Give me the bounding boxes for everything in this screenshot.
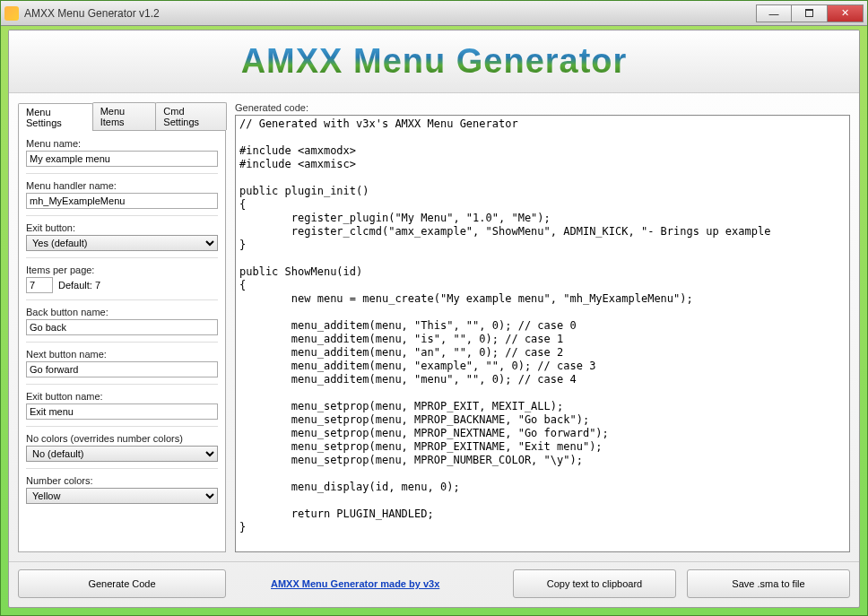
banner: AMXX Menu Generator	[9, 30, 859, 93]
left-panel: Menu Settings Menu Items Cmd Settings Me…	[18, 102, 226, 552]
right-panel: Generated code: // Generated with v3x's …	[235, 102, 850, 552]
app-icon	[4, 6, 19, 21]
number-colors-select[interactable]: Yellow	[26, 488, 218, 504]
generate-code-button[interactable]: Generate Code	[18, 569, 226, 598]
window-title: AMXX Menu Generator v1.2	[24, 7, 756, 20]
banner-title: AMXX Menu Generator	[241, 42, 628, 81]
maximize-button[interactable]	[792, 4, 828, 22]
exit-name-input[interactable]	[26, 403, 218, 420]
tab-menu-settings[interactable]: Menu Settings	[18, 103, 93, 131]
back-button-label: Back button name:	[26, 307, 218, 317]
handler-input[interactable]	[26, 193, 218, 209]
next-button-input[interactable]	[26, 361, 218, 377]
credit-link[interactable]: AMXX Menu Generator made by v3x	[271, 578, 439, 589]
app-window: AMXX Menu Generator v1.2 — ✕ AMXX Menu G…	[0, 0, 868, 616]
items-per-page-label: Items per page:	[26, 265, 218, 275]
code-content: // Generated with v3x's AMXX Menu Genera…	[236, 116, 849, 536]
items-default-label: Default: 7	[58, 280, 100, 291]
bottom-bar: Generate Code AMXX Menu Generator made b…	[9, 561, 859, 607]
no-colors-label: No colors (overrides number colors)	[26, 433, 218, 444]
handler-label: Menu handler name:	[26, 180, 218, 191]
tab-strip: Menu Settings Menu Items Cmd Settings	[18, 102, 226, 130]
copy-clipboard-button[interactable]: Copy text to clipboard	[513, 569, 676, 598]
save-file-button[interactable]: Save .sma to file	[687, 569, 850, 598]
close-button[interactable]: ✕	[828, 4, 864, 22]
menu-name-label: Menu name:	[26, 138, 218, 149]
content-panel: AMXX Menu Generator Menu Settings Menu I…	[8, 30, 860, 608]
exit-button-select[interactable]: Yes (default)	[26, 235, 218, 251]
tab-cmd-settings[interactable]: Cmd Settings	[155, 102, 227, 130]
generated-code-label: Generated code:	[235, 102, 850, 113]
titlebar[interactable]: AMXX Menu Generator v1.2 — ✕	[1, 1, 867, 26]
exit-button-label: Exit button:	[26, 222, 218, 233]
credit-link-container: AMXX Menu Generator made by v3x	[226, 578, 513, 589]
code-textarea[interactable]: // Generated with v3x's AMXX Menu Genera…	[235, 115, 850, 552]
minimize-button[interactable]: —	[756, 4, 792, 22]
tab-menu-items[interactable]: Menu Items	[92, 102, 157, 130]
items-per-page-input[interactable]	[26, 277, 53, 293]
number-colors-label: Number colors:	[26, 475, 218, 486]
back-button-input[interactable]	[26, 319, 218, 335]
no-colors-select[interactable]: No (default)	[26, 446, 218, 462]
exit-name-label: Exit button name:	[26, 391, 218, 402]
tab-body: Menu name: Menu handler name: Exit butto…	[18, 130, 226, 552]
menu-name-input[interactable]	[26, 151, 218, 167]
next-button-label: Next button name:	[26, 349, 218, 360]
